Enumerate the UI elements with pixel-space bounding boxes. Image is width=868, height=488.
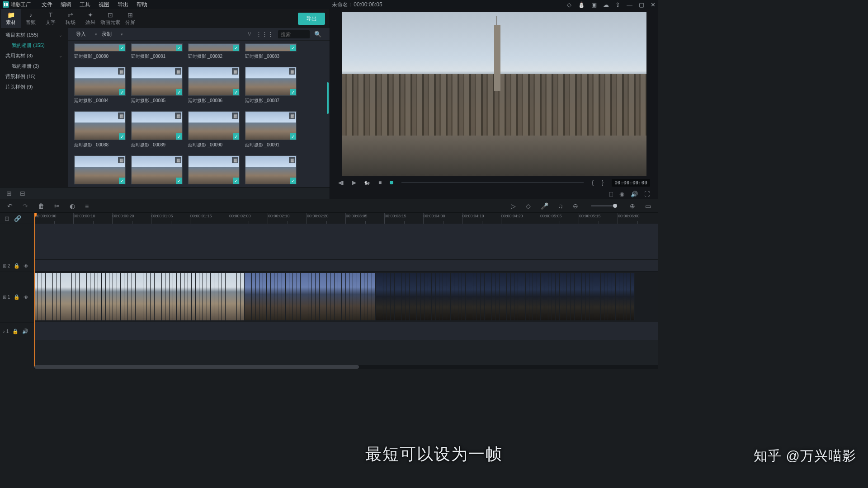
voiceover-icon[interactable]: 🎤 xyxy=(541,202,548,210)
timeline-clip[interactable] xyxy=(432,273,435,320)
preview-viewport[interactable] xyxy=(342,12,646,176)
layout-icon[interactable]: ⊡ xyxy=(5,215,9,222)
timeline-clip[interactable] xyxy=(395,273,398,320)
media-clip[interactable]: ✓延时摄影 _00083 xyxy=(245,43,297,60)
track-head-a1[interactable]: ♪ 1 🔒 🔊 xyxy=(0,322,34,340)
cloud-icon[interactable]: ☁ xyxy=(603,1,609,8)
clip-thumbnail[interactable]: ✓ xyxy=(74,43,126,52)
timeline-clip[interactable] xyxy=(139,273,143,320)
timeline-clip[interactable] xyxy=(34,273,38,320)
speed-icon[interactable]: ◐ xyxy=(70,202,75,210)
clip-thumbnail[interactable]: ▦✓ xyxy=(188,67,240,96)
time-ruler[interactable]: 00:00:00:0000:00:00:1000:00:00:2000:00:0… xyxy=(34,213,658,224)
timeline-clip[interactable] xyxy=(586,273,590,320)
timeline-clip[interactable] xyxy=(548,273,552,320)
timeline-clip[interactable] xyxy=(83,273,87,320)
timeline-clip[interactable] xyxy=(469,273,473,320)
tab-transition[interactable]: ⇄转场 xyxy=(61,9,80,28)
timeline-clip[interactable] xyxy=(612,273,616,320)
timeline-clip[interactable] xyxy=(514,273,518,320)
sidebar-my-album-2[interactable]: 我的相册 (3) xyxy=(0,61,68,71)
timeline-clip[interactable] xyxy=(256,273,259,320)
timeline-clip[interactable] xyxy=(601,273,604,320)
timeline-clip[interactable] xyxy=(297,273,301,320)
timeline-clip[interactable] xyxy=(143,273,147,320)
menu-view[interactable]: 视图 xyxy=(99,1,109,9)
close-icon[interactable]: ✕ xyxy=(651,1,656,8)
timeline-clip[interactable] xyxy=(541,273,544,320)
sidebar-backgrounds[interactable]: 背景样例 (15) xyxy=(0,71,68,82)
timeline-clip[interactable] xyxy=(631,273,634,320)
clip-thumbnail[interactable]: ✓ xyxy=(188,43,240,52)
search-input[interactable] xyxy=(278,30,310,38)
media-clip[interactable]: ▦✓延时摄影 _00086 xyxy=(188,67,240,104)
timeline-clip[interactable] xyxy=(237,273,241,320)
minimize-icon[interactable]: — xyxy=(627,1,632,8)
timeline-clip[interactable] xyxy=(529,273,533,320)
timeline-clip[interactable] xyxy=(147,273,151,320)
track-v1[interactable] xyxy=(34,272,658,322)
timeline-clip[interactable] xyxy=(357,273,361,320)
timeline-clip[interactable] xyxy=(214,273,218,320)
timeline-clip[interactable] xyxy=(417,273,420,320)
timeline-clip[interactable] xyxy=(87,273,90,320)
timeline-clip[interactable] xyxy=(330,273,334,320)
timeline-clip[interactable] xyxy=(211,273,214,320)
lock-icon[interactable]: 🔒 xyxy=(12,328,19,334)
sidebar-intros[interactable]: 片头样例 (9) xyxy=(0,82,68,92)
timeline-clip[interactable] xyxy=(500,273,503,320)
progress-handle[interactable] xyxy=(390,181,393,184)
timeline-clip[interactable] xyxy=(301,273,304,320)
timeline-clip[interactable] xyxy=(158,273,162,320)
timeline-clip[interactable] xyxy=(289,273,293,320)
timeline-clip[interactable] xyxy=(128,273,132,320)
cut-icon[interactable]: ✂ xyxy=(54,202,60,210)
timeline-clip[interactable] xyxy=(361,273,364,320)
timeline-clip[interactable] xyxy=(106,273,109,320)
timeline-clip[interactable] xyxy=(53,273,57,320)
timeline-clip[interactable] xyxy=(590,273,593,320)
timeline-clip[interactable] xyxy=(181,273,184,320)
timeline-clip[interactable] xyxy=(38,273,42,320)
clip-thumbnail[interactable]: ▦✓ xyxy=(131,155,183,184)
timeline-clip[interactable] xyxy=(64,273,68,320)
timeline-clip[interactable] xyxy=(518,273,522,320)
timeline-clip[interactable] xyxy=(75,273,79,320)
timeline-clip[interactable] xyxy=(94,273,98,320)
timeline-clip[interactable] xyxy=(425,273,428,320)
mixer-icon[interactable]: ♫ xyxy=(558,202,563,210)
fullscreen-icon[interactable]: ⛶ xyxy=(644,191,650,197)
timeline-clip[interactable] xyxy=(526,273,529,320)
horizontal-scrollbar[interactable] xyxy=(34,365,658,369)
timeline-clip[interactable] xyxy=(537,273,541,320)
media-clip[interactable]: ▦✓延时摄影 _00092 xyxy=(74,155,126,187)
timeline-clip[interactable] xyxy=(121,273,124,320)
timeline-clip[interactable] xyxy=(218,273,222,320)
export-button[interactable]: 导出 xyxy=(298,13,325,25)
timeline-clip[interactable] xyxy=(473,273,477,320)
timeline-clip[interactable] xyxy=(124,273,128,320)
timeline-clip[interactable] xyxy=(376,273,379,320)
lock-icon[interactable]: 🔒 xyxy=(14,263,20,269)
scrollbar-thumb[interactable] xyxy=(327,82,329,114)
tab-text[interactable]: T文字 xyxy=(41,9,61,28)
timeline-clip[interactable] xyxy=(170,273,173,320)
timeline-clip[interactable] xyxy=(57,273,61,320)
tab-elements[interactable]: ⊡动画元素 xyxy=(100,9,120,28)
search-icon[interactable]: 🔍 xyxy=(314,31,321,38)
timeline-clip[interactable] xyxy=(556,273,559,320)
menu-file[interactable]: 文件 xyxy=(42,1,52,9)
zoom-fit-icon[interactable]: ▭ xyxy=(645,202,651,210)
clip-thumbnail[interactable]: ▦✓ xyxy=(131,111,183,140)
sidebar-project-media[interactable]: 项目素材 (155)⌄ xyxy=(0,30,68,40)
timeline-clip[interactable] xyxy=(320,273,323,320)
timeline-clip[interactable] xyxy=(582,273,585,320)
filter-icon[interactable]: ⑂ xyxy=(248,31,251,38)
timeline-clip[interactable] xyxy=(102,273,105,320)
playhead[interactable] xyxy=(34,213,35,366)
timeline-clip[interactable] xyxy=(226,273,229,320)
clip-thumbnail[interactable]: ▦✓ xyxy=(245,111,297,140)
timeline-clip[interactable] xyxy=(619,273,623,320)
timeline-clip[interactable] xyxy=(439,273,443,320)
timeline-clip[interactable] xyxy=(349,273,353,320)
